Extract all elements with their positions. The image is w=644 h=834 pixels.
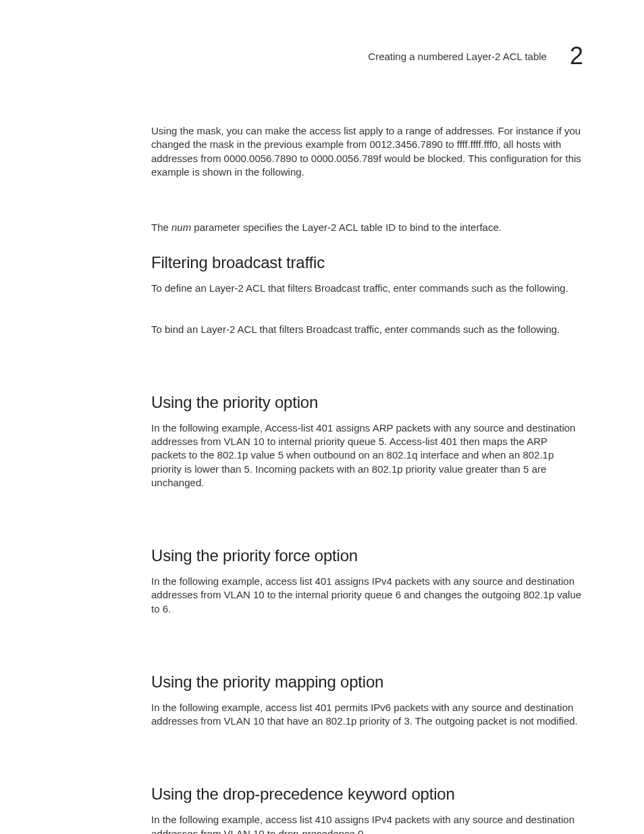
section-gap [151, 629, 583, 654]
running-title: Creating a numbered Layer-2 ACL table [368, 51, 547, 62]
chapter-number: 2 [570, 42, 583, 70]
section-gap [151, 350, 583, 374]
num-param-suffix: parameter specifies the Layer-2 ACL tabl… [191, 221, 502, 233]
priority-paragraph: In the following example, Access-list 40… [151, 421, 583, 490]
num-param-name: num [171, 221, 191, 233]
drop-precedence-paragraph: In the following example, access list 41… [151, 813, 583, 834]
heading-filtering-broadcast: Filtering broadcast traffic [151, 253, 583, 272]
page-content: Creating a numbered Layer-2 ACL table 2 … [0, 0, 644, 834]
filtering-paragraph-1: To define an Layer-2 ACL that filters Br… [151, 282, 583, 295]
running-header: Creating a numbered Layer-2 ACL table 2 [151, 42, 583, 70]
section-gap [151, 503, 583, 527]
heading-priority-option: Using the priority option [151, 393, 583, 412]
num-param-prefix: The [151, 221, 171, 233]
priority-force-paragraph: In the following example, access list 40… [151, 575, 583, 616]
num-param-paragraph: The num parameter specifies the Layer-2 … [151, 221, 583, 234]
heading-drop-precedence: Using the drop-precedence keyword option [151, 785, 583, 804]
intro-paragraph: Using the mask, you can make the access … [151, 124, 583, 179]
heading-priority-mapping: Using the priority mapping option [151, 673, 583, 692]
heading-priority-force: Using the priority force option [151, 546, 583, 565]
section-gap [151, 741, 583, 766]
filtering-paragraph-2: To bind an Layer-2 ACL that filters Broa… [151, 323, 583, 336]
priority-mapping-paragraph: In the following example, access list 40… [151, 701, 583, 729]
